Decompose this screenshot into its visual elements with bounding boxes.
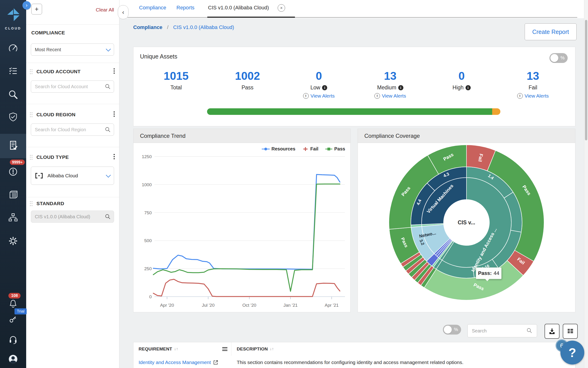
- cloud-type-menu-icon[interactable]: [114, 154, 115, 159]
- panel-collapse-button[interactable]: ‹: [118, 5, 129, 19]
- stat-value: 13: [355, 69, 426, 83]
- filter-panel: + Clear All COMPLIANCE Most Recent CLOUD…: [26, 0, 119, 368]
- sidebar: CLOUD: [0, 0, 26, 368]
- sort-icons[interactable]: ↓↑: [270, 347, 274, 351]
- sort-select[interactable]: Most Recent: [31, 44, 114, 56]
- requirement-column-header[interactable]: REQUIREMENT ↓↑: [133, 342, 231, 356]
- sidebar-item-search[interactable]: [0, 89, 26, 100]
- view-alerts-link[interactable]: ! View Alerts: [497, 93, 569, 99]
- table-percent-toggle[interactable]: %: [443, 325, 461, 335]
- chevron-down-icon: [106, 46, 111, 51]
- x-axis-tick-label: Apr '20: [160, 303, 174, 308]
- drag-handle[interactable]: [30, 201, 33, 206]
- compliance-trend-card: Compliance Trend ResourcesFailPass 02505…: [133, 129, 351, 312]
- scrollbar-thumb[interactable]: [585, 20, 587, 140]
- description-column-header[interactable]: DESCRIPTION ↓↑: [231, 342, 575, 356]
- drag-handle[interactable]: [30, 112, 33, 118]
- compliance-coverage-card: Compliance Coverage CIS v...FailPassFail…: [358, 129, 575, 312]
- gear-icon: [8, 236, 18, 246]
- sidebar-item-security[interactable]: [0, 112, 26, 122]
- percent-label: %: [561, 55, 565, 61]
- panel-expand-button[interactable]: ›: [22, 1, 31, 9]
- series-resources: [153, 175, 340, 269]
- sidebar-item-support[interactable]: [0, 334, 26, 344]
- unique-assets-title: Unique Assets: [140, 53, 177, 60]
- stat-label: Fail: [529, 84, 537, 91]
- toggle-knob: [444, 326, 452, 334]
- view-alerts-link[interactable]: ! View Alerts: [283, 93, 355, 99]
- sort-icons[interactable]: ↓↑: [174, 347, 178, 351]
- table-header-row: REQUIREMENT ↓↑ DESCRIPTION ↓↑: [133, 342, 575, 356]
- shield-check-icon: [8, 112, 18, 122]
- sidebar-item-compliance[interactable]: [0, 140, 26, 151]
- trend-title: Compliance Trend: [140, 133, 185, 139]
- cloud-type-select[interactable]: Alibaba Cloud: [31, 166, 114, 185]
- cloud-account-menu-icon[interactable]: [114, 68, 115, 74]
- download-button[interactable]: [544, 324, 560, 339]
- sidebar-item-containers[interactable]: [0, 190, 26, 199]
- toggle-knob: [550, 54, 558, 62]
- info-icon[interactable]: i: [398, 85, 403, 90]
- coverage-title: Compliance Coverage: [364, 133, 420, 139]
- logo-text: CLOUD: [0, 27, 26, 30]
- info-icon[interactable]: i: [465, 85, 471, 90]
- alert-circle-icon: !: [303, 93, 309, 99]
- divider: [26, 147, 119, 147]
- scrollbar-track[interactable]: [584, 0, 588, 368]
- tab-compliance[interactable]: Compliance: [139, 5, 166, 11]
- close-tab-icon[interactable]: ×: [278, 4, 285, 12]
- divider: [26, 197, 119, 197]
- legend-item-resources[interactable]: Resources: [262, 146, 295, 152]
- sidebar-item-network[interactable]: [0, 212, 26, 222]
- breadcrumb: Compliance / CIS v1.0.0 (Alibaba Cloud): [133, 24, 234, 30]
- column-menu-icon[interactable]: [222, 347, 227, 351]
- clear-all-button[interactable]: Clear All: [96, 7, 114, 13]
- legend-item-fail[interactable]: Fail: [302, 146, 318, 152]
- breadcrumb-compliance[interactable]: Compliance: [133, 24, 162, 30]
- sidebar-item-profile[interactable]: [0, 354, 26, 365]
- cloud-account-search-input[interactable]: [31, 81, 114, 93]
- sidebar-item-access-keys[interactable]: [0, 314, 26, 324]
- y-axis-tick-label: 1250: [142, 154, 152, 159]
- requirement-description: This section contains recommendations fo…: [231, 356, 575, 368]
- compliance-progress-bar: [207, 108, 500, 115]
- compliance-filter-title: COMPLIANCE: [31, 30, 65, 36]
- search-icon: [526, 328, 532, 334]
- info-icon[interactable]: i: [322, 85, 327, 90]
- cloud-region-menu-icon[interactable]: [114, 111, 115, 117]
- add-filter-button[interactable]: +: [31, 4, 42, 15]
- view-alerts-link[interactable]: ! View Alerts: [355, 93, 426, 99]
- standard-search-input[interactable]: [31, 211, 114, 223]
- stat-label: High: [452, 84, 464, 91]
- x-axis-tick-label: Jul '20: [202, 303, 215, 308]
- sidebar-item-policies[interactable]: [0, 66, 26, 76]
- column-settings-button[interactable]: [563, 324, 578, 339]
- stat-high: 0Highi: [426, 69, 497, 99]
- coverage-card-header: Compliance Coverage: [358, 129, 575, 143]
- stat-value: 13: [497, 69, 569, 83]
- cloud-logo[interactable]: [0, 7, 26, 24]
- x-axis-tick-label: Oct '20: [242, 303, 256, 308]
- alibaba-cloud-icon: [35, 172, 43, 179]
- create-report-button[interactable]: Create Report: [525, 23, 577, 40]
- sidebar-item-dashboard[interactable]: [0, 43, 26, 54]
- cloud-region-search-input[interactable]: [31, 124, 114, 136]
- percent-toggle[interactable]: %: [549, 53, 568, 63]
- help-button[interactable]: ?: [561, 341, 584, 365]
- stat-value: 0: [426, 69, 497, 83]
- sidebar-item-alerts[interactable]: [0, 166, 26, 177]
- legend-item-pass[interactable]: Pass: [325, 146, 345, 152]
- requirement-link[interactable]: Identity and Access Management: [139, 359, 218, 365]
- drag-handle[interactable]: [30, 155, 33, 160]
- breadcrumb-current[interactable]: CIS v1.0.0 (Alibaba Cloud): [173, 24, 234, 30]
- tab-cis-standard[interactable]: CIS v1.0.0 (Alibaba Cloud): [208, 5, 269, 11]
- report-check-icon: [8, 140, 18, 151]
- chart-tooltip: Pass: 44: [476, 267, 501, 279]
- sidebar-item-settings[interactable]: [0, 236, 26, 246]
- sidebar-item-notifications[interactable]: [0, 299, 26, 308]
- stat-value: 1015: [140, 69, 212, 83]
- tab-reports[interactable]: Reports: [176, 5, 194, 11]
- drag-handle[interactable]: [30, 69, 33, 74]
- table-columns-icon: [567, 328, 574, 335]
- stat-pass: 1002Pass: [212, 69, 283, 99]
